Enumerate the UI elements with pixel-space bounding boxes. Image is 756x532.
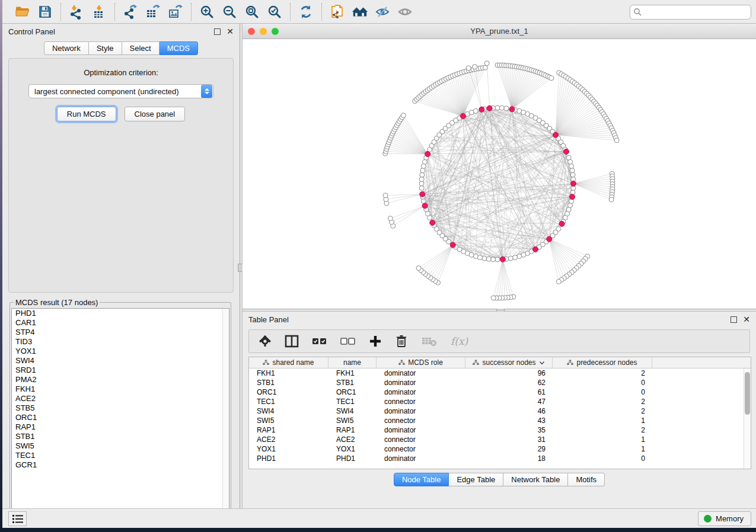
list-scrollbar[interactable] [222, 309, 229, 516]
mcds-hub-node[interactable] [460, 113, 465, 118]
network-node[interactable] [491, 257, 496, 262]
network-node[interactable] [495, 105, 500, 110]
table-cell[interactable]: 18 [465, 454, 553, 463]
float-panel-icon[interactable] [731, 316, 737, 323]
mcds-result-item[interactable]: TID3 [12, 337, 229, 347]
column-header-predecessor-nodes[interactable]: predecessor nodes [553, 357, 652, 368]
mcds-result-item[interactable]: SWI5 [12, 441, 229, 451]
table-cell[interactable]: SWI4 [249, 407, 328, 415]
network-node[interactable] [421, 199, 426, 204]
table-row[interactable]: RAP1RAP1dominator352 [249, 425, 751, 435]
table-cell[interactable]: dominator [377, 407, 465, 415]
mcds-hub-node[interactable] [571, 181, 576, 187]
network-leaf-node[interactable] [556, 279, 561, 284]
table-cell[interactable]: dominator [377, 379, 465, 387]
column-header-name[interactable]: name [328, 357, 377, 368]
network-node[interactable] [420, 172, 425, 177]
share-document-button[interactable] [329, 4, 346, 20]
mcds-result-item[interactable]: ORC1 [12, 413, 229, 422]
refresh-view-button[interactable] [298, 4, 314, 20]
close-panel-icon[interactable]: ✕ [227, 28, 234, 35]
close-panel-icon[interactable]: ✕ [743, 316, 750, 323]
table-cell[interactable]: PHD1 [328, 454, 377, 463]
table-cell[interactable]: dominator [377, 369, 465, 377]
table-cell[interactable]: TEC1 [249, 398, 328, 406]
open-file-button[interactable] [14, 4, 31, 20]
network-node[interactable] [499, 105, 504, 110]
mcds-hub-node[interactable] [564, 149, 569, 154]
table-row[interactable]: TEC1TEC1connector472 [249, 397, 751, 406]
table-cell[interactable]: dominator [377, 454, 465, 463]
network-leaf-node[interactable] [388, 216, 393, 221]
table-cell[interactable]: 43 [465, 416, 553, 425]
table-row[interactable]: YOX1YOX1connector291 [249, 444, 751, 454]
zoom-selected-button[interactable] [266, 4, 283, 20]
delete-column-icon[interactable] [395, 335, 408, 348]
network-node[interactable] [569, 164, 574, 168]
mcds-result-item[interactable]: FKH1 [12, 384, 229, 394]
network-node[interactable] [419, 181, 424, 186]
table-row[interactable]: FKH1FKH1dominator962 [249, 368, 751, 378]
table-cell[interactable]: 0 [553, 379, 652, 387]
import-network-button[interactable] [68, 4, 85, 20]
network-leaf-node[interactable] [416, 266, 421, 271]
table-cell[interactable]: dominator [377, 388, 465, 396]
network-leaf-node[interactable] [549, 76, 554, 81]
table-scrollbar[interactable] [744, 368, 751, 469]
table-cell[interactable]: FKH1 [249, 369, 328, 377]
table-cell[interactable]: 29 [465, 445, 553, 453]
mcds-result-item[interactable]: STB1 [12, 432, 229, 441]
mcds-result-item[interactable]: PHD1 [12, 309, 229, 318]
network-canvas[interactable] [243, 39, 756, 309]
float-panel-icon[interactable] [214, 28, 221, 35]
column-header-shared-name[interactable]: shared name [249, 357, 328, 368]
tab-network[interactable]: Network [44, 41, 89, 55]
table-cell[interactable]: 0 [553, 388, 652, 396]
network-node[interactable] [482, 256, 487, 261]
network-leaf-node[interactable] [483, 65, 487, 70]
table-cell[interactable]: 47 [465, 398, 553, 406]
network-leaf-node[interactable] [484, 61, 489, 66]
mcds-result-item[interactable]: RAP1 [12, 422, 229, 432]
network-node[interactable] [513, 255, 518, 260]
table-cell[interactable]: ACE2 [249, 435, 328, 444]
table-cell[interactable]: 2 [553, 369, 652, 377]
table-row[interactable]: SWI5SWI5connector431 [249, 416, 751, 425]
table-cell[interactable]: 1 [553, 416, 652, 425]
mcds-hub-node[interactable] [479, 107, 484, 112]
table-cell[interactable]: 2 [553, 398, 652, 406]
mcds-hub-node[interactable] [425, 151, 430, 156]
table-cell[interactable]: SWI4 [328, 407, 377, 415]
tab-mcds[interactable]: MCDS [160, 41, 198, 55]
mcds-hub-node[interactable] [500, 257, 505, 262]
table-cell[interactable]: PHD1 [249, 454, 328, 463]
column-header-MCDS-role[interactable]: MCDS role [377, 357, 465, 368]
mcds-hub-node[interactable] [570, 194, 575, 200]
network-leaf-node[interactable] [466, 66, 471, 70]
table-cell[interactable]: ORC1 [328, 388, 377, 396]
network-graph-svg[interactable] [243, 39, 756, 309]
tab-select[interactable]: Select [122, 41, 160, 55]
table-cell[interactable]: 62 [465, 379, 553, 387]
select-all-rows-icon[interactable] [312, 335, 327, 348]
mcds-hub-node[interactable] [547, 236, 552, 242]
add-column-icon[interactable] [369, 335, 382, 348]
mcds-hub-node[interactable] [533, 246, 538, 252]
network-window-titlebar[interactable]: YPA_prune.txt_1 [243, 24, 756, 39]
table-cell[interactable]: 96 [465, 369, 553, 377]
network-leaf-node[interactable] [491, 296, 496, 300]
network-node[interactable] [473, 108, 478, 113]
show-details-button[interactable] [397, 4, 413, 20]
table-cell[interactable]: 35 [465, 426, 553, 434]
table-cell[interactable]: FKH1 [328, 369, 377, 377]
table-cell[interactable]: connector [377, 416, 465, 425]
export-network-button[interactable] [122, 4, 139, 20]
network-leaf-node[interactable] [609, 197, 614, 202]
tab-motifs[interactable]: Motifs [568, 473, 605, 486]
table-cell[interactable]: STB1 [328, 379, 377, 387]
mcds-result-item[interactable]: SRD1 [12, 366, 229, 375]
mcds-result-item[interactable]: PMA2 [12, 375, 229, 384]
mcds-result-item[interactable]: STB5 [12, 403, 229, 413]
hide-details-button[interactable] [374, 4, 391, 20]
table-cell[interactable]: YOX1 [328, 445, 377, 453]
